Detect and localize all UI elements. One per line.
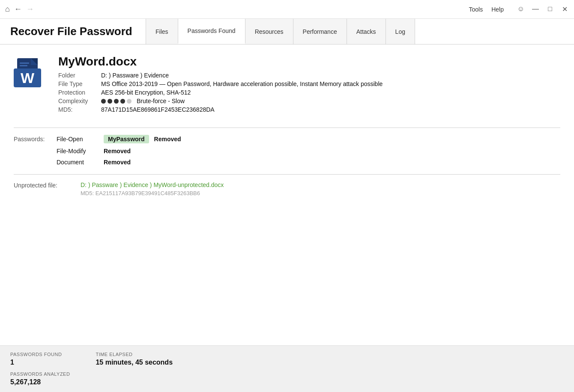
password-row-1: File-Modify Removed bbox=[14, 148, 560, 154]
title-bar-left: ⌂ ← → bbox=[5, 5, 469, 14]
time-elapsed-stat: TIME ELAPSED 15 minutes, 45 seconds bbox=[96, 352, 173, 366]
folder-label: Folder bbox=[58, 72, 101, 79]
password-row-2: Document Removed bbox=[14, 159, 560, 166]
folder-value: D: ) Passware ) Evidence bbox=[101, 72, 169, 79]
password-row-0: Passwords: File-Open MyPassword Removed bbox=[14, 135, 560, 143]
password-type-2: Document bbox=[57, 159, 104, 166]
tab-performance[interactable]: Performance bbox=[293, 19, 347, 44]
smiley-icon[interactable]: ☺ bbox=[517, 5, 525, 13]
header-row: Recover File Password Files Passwords Fo… bbox=[0, 19, 574, 45]
tab-resources[interactable]: Resources bbox=[245, 19, 293, 44]
passwords-analyzed-label: PASSWORDS ANALYZED bbox=[10, 371, 70, 377]
close-button[interactable]: ✕ bbox=[560, 5, 569, 13]
divider-1 bbox=[14, 128, 560, 128]
passwords-analyzed-value: 5,267,128 bbox=[10, 378, 70, 386]
password-status-1: Removed bbox=[104, 148, 131, 154]
complexity-label: Complexity bbox=[58, 98, 101, 104]
protection-value: AES 256-bit Encryption, SHA-512 bbox=[101, 89, 191, 96]
password-type-0: File-Open bbox=[57, 136, 104, 143]
complexity-dot-4 bbox=[120, 99, 125, 104]
tab-passwords-found[interactable]: Passwords Found bbox=[178, 19, 245, 44]
status-bar: PASSWORDS FOUND 1 PASSWORDS ANALYZED 5,2… bbox=[0, 345, 574, 392]
password-type-1: File-Modify bbox=[57, 148, 104, 154]
help-menu[interactable]: Help bbox=[491, 6, 504, 13]
passwords-analyzed-stat: PASSWORDS ANALYZED 5,267,128 bbox=[10, 371, 70, 386]
md5-label: MD5: bbox=[58, 106, 101, 113]
maximize-button[interactable]: □ bbox=[546, 5, 554, 13]
complexity-row: Complexity Brute-force - Slow bbox=[58, 98, 560, 104]
unprotected-section: Unprotected file: D: ) Passware ) Eviden… bbox=[14, 181, 560, 196]
tab-attacks[interactable]: Attacks bbox=[347, 19, 386, 44]
complexity-text: Brute-force - Slow bbox=[137, 98, 185, 104]
file-details: MyWord.docx Folder D: ) Passware ) Evide… bbox=[58, 55, 560, 115]
filetype-value: MS Office 2013-2019 — Open Password, Har… bbox=[101, 80, 383, 87]
unprotected-md5: MD5: EA215117A93B79E39491C485F3263BB6 bbox=[81, 190, 224, 196]
complexity-dot-1 bbox=[101, 99, 106, 104]
protection-label: Protection bbox=[58, 89, 101, 96]
tab-files[interactable]: Files bbox=[146, 19, 178, 44]
title-bar: ⌂ ← → Tools Help ☺ — □ ✕ bbox=[0, 0, 574, 19]
svg-rect-6 bbox=[20, 65, 27, 66]
main-content: W MyWord.docx Folder D: ) Passware ) Evi… bbox=[0, 45, 574, 345]
tools-menu[interactable]: Tools bbox=[469, 6, 483, 13]
passwords-found-label: PASSWORDS FOUND bbox=[10, 352, 70, 357]
time-elapsed-label: TIME ELAPSED bbox=[96, 352, 173, 357]
divider-2 bbox=[14, 174, 560, 175]
complexity-dots: Brute-force - Slow bbox=[101, 98, 185, 104]
password-status-0: Removed bbox=[154, 136, 181, 143]
file-info: W MyWord.docx Folder D: ) Passware ) Evi… bbox=[14, 55, 560, 115]
word-file-icon: W bbox=[14, 56, 48, 91]
filetype-label: File Type bbox=[58, 80, 101, 87]
tab-log[interactable]: Log bbox=[386, 19, 415, 44]
complexity-dot-2 bbox=[108, 99, 112, 104]
passwords-section: Passwords: File-Open MyPassword Removed … bbox=[14, 135, 560, 166]
md5-value: 87A171D15AE869861F2453EC236828DA bbox=[101, 106, 215, 113]
unprotected-path[interactable]: D: ) Passware ) Evidence ) MyWord-unprot… bbox=[81, 181, 224, 188]
back-icon[interactable]: ← bbox=[14, 5, 22, 14]
filetype-row: File Type MS Office 2013-2019 — Open Pas… bbox=[58, 80, 560, 87]
unprotected-row: Unprotected file: D: ) Passware ) Eviden… bbox=[14, 181, 560, 196]
md5-row: MD5: 87A171D15AE869861F2453EC236828DA bbox=[58, 106, 560, 113]
unprotected-details: D: ) Passware ) Evidence ) MyWord-unprot… bbox=[81, 181, 224, 196]
time-elapsed-value: 15 minutes, 45 seconds bbox=[96, 359, 173, 366]
complexity-dot-3 bbox=[114, 99, 119, 104]
window-controls: ☺ — □ ✕ bbox=[517, 5, 569, 13]
folder-row: Folder D: ) Passware ) Evidence bbox=[58, 72, 560, 79]
forward-icon[interactable]: → bbox=[26, 5, 34, 14]
home-icon[interactable]: ⌂ bbox=[5, 5, 10, 14]
svg-text:W: W bbox=[21, 70, 35, 86]
unprotected-label: Unprotected file: bbox=[14, 181, 74, 189]
password-status-2: Removed bbox=[104, 159, 131, 166]
title-bar-right: Tools Help ☺ — □ ✕ bbox=[469, 5, 569, 13]
protection-row: Protection AES 256-bit Encryption, SHA-5… bbox=[58, 89, 560, 96]
app-title: Recover File Password bbox=[0, 19, 146, 44]
password-value-0: MyPassword bbox=[104, 135, 149, 143]
svg-rect-5 bbox=[20, 62, 29, 64]
minimize-button[interactable]: — bbox=[531, 5, 540, 13]
tabs: Files Passwords Found Resources Performa… bbox=[146, 19, 574, 44]
passwords-found-stat: PASSWORDS FOUND 1 PASSWORDS ANALYZED 5,2… bbox=[10, 352, 70, 386]
passwords-found-value: 1 bbox=[10, 359, 70, 366]
passwords-label: Passwords: bbox=[14, 136, 57, 143]
file-name: MyWord.docx bbox=[58, 55, 560, 68]
complexity-dot-5 bbox=[127, 99, 132, 104]
